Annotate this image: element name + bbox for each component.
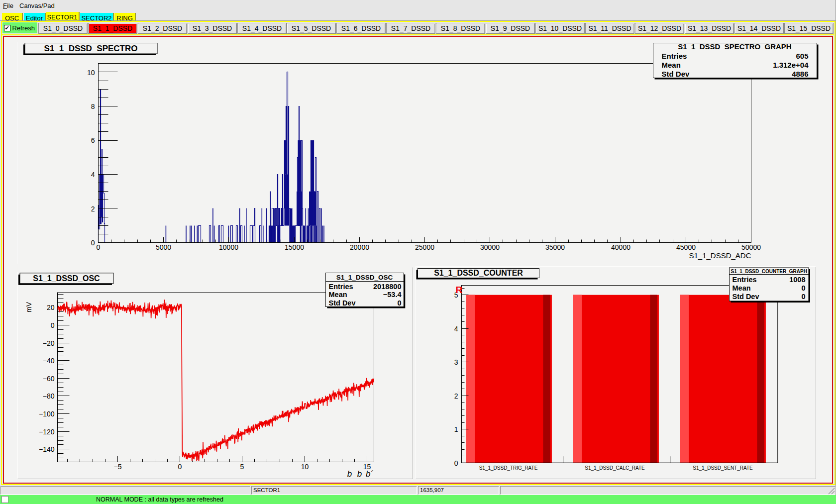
svg-text:−5: −5 (114, 463, 122, 471)
svg-text:0: 0 (801, 293, 805, 301)
svg-text:Entries: Entries (329, 283, 353, 291)
svg-text:3: 3 (454, 358, 458, 366)
svg-text:S1_1_DSSD_OSC: S1_1_DSSD_OSC (336, 274, 393, 281)
svg-text:8: 8 (91, 102, 95, 110)
svg-text:0: 0 (51, 321, 55, 329)
svg-text:20: 20 (47, 303, 55, 311)
svg-text:0: 0 (97, 243, 101, 251)
svg-text:0: 0 (397, 299, 401, 307)
svg-text:S1_1_DSSD_SENT_RATE: S1_1_DSSD_SENT_RATE (693, 465, 753, 471)
svg-text:4: 4 (91, 171, 95, 179)
svg-text:10: 10 (87, 69, 95, 77)
svg-text:−40: −40 (43, 357, 55, 365)
svg-text:10: 10 (301, 463, 309, 471)
svg-text:mV: mV (25, 302, 33, 312)
svg-text:1: 1 (454, 425, 458, 433)
svg-text:Entries: Entries (662, 52, 687, 60)
svg-text:0: 0 (91, 239, 95, 247)
svg-text:6: 6 (91, 136, 95, 144)
svg-text:S1_1_DSSD_SPECTRO: S1_1_DSSD_SPECTRO (44, 44, 137, 53)
svg-text:Std Dev: Std Dev (732, 293, 759, 301)
svg-text:b: b (347, 469, 352, 479)
svg-text:5: 5 (240, 463, 244, 471)
svg-text:4: 4 (454, 325, 458, 333)
svg-text:Mean: Mean (329, 291, 347, 299)
svg-text:b´: b´ (366, 469, 373, 479)
svg-text:−120: −120 (39, 428, 55, 436)
svg-text:5000: 5000 (156, 243, 171, 251)
svg-text:−53.4: −53.4 (383, 291, 402, 299)
svg-text:605: 605 (796, 52, 808, 60)
svg-text:−80: −80 (43, 392, 55, 400)
svg-text:S1_1_DSSD_COUNTER: S1_1_DSSD_COUNTER (434, 269, 523, 277)
svg-text:2: 2 (91, 205, 95, 213)
svg-text:35000: 35000 (545, 243, 565, 251)
svg-text:1.312e+04: 1.312e+04 (773, 61, 809, 69)
svg-text:40000: 40000 (611, 243, 630, 251)
svg-text:Entries: Entries (732, 276, 757, 284)
svg-text:10000: 10000 (219, 243, 238, 251)
svg-text:20000: 20000 (350, 243, 369, 251)
svg-text:S1_1_DSSD_COUNTER_GRAPH: S1_1_DSSD_COUNTER_GRAPH (731, 269, 807, 274)
svg-text:1008: 1008 (789, 276, 805, 284)
svg-text:Mean: Mean (662, 61, 681, 69)
svg-text:50000: 50000 (741, 243, 761, 251)
svg-text:0: 0 (801, 284, 805, 292)
svg-text:−20: −20 (43, 339, 55, 347)
svg-text:−100: −100 (39, 410, 55, 418)
svg-text:30000: 30000 (480, 243, 500, 251)
svg-text:S1_1_DSSD_OSC: S1_1_DSSD_OSC (33, 274, 100, 283)
svg-text:0: 0 (178, 463, 182, 471)
svg-text:b: b (357, 469, 362, 479)
svg-text:2018800: 2018800 (373, 283, 401, 291)
svg-text:−60: −60 (43, 375, 55, 383)
svg-text:S1_1_DSSD_CALC_RATE: S1_1_DSSD_CALC_RATE (585, 465, 645, 471)
svg-text:Std Dev: Std Dev (329, 299, 356, 307)
svg-text:S1_1_DSSD_TRIG_RATE: S1_1_DSSD_TRIG_RATE (479, 465, 538, 471)
svg-text:S1_1_DSSD_SPECTRO_GRAPH: S1_1_DSSD_SPECTRO_GRAPH (678, 42, 791, 51)
svg-text:15000: 15000 (285, 243, 304, 251)
svg-text:25000: 25000 (415, 243, 434, 251)
svg-text:4886: 4886 (792, 70, 808, 78)
svg-text:Std Dev: Std Dev (662, 70, 690, 78)
svg-text:−140: −140 (39, 445, 55, 453)
svg-text:45000: 45000 (676, 243, 696, 251)
svg-text:Mean: Mean (732, 284, 751, 292)
svg-text:R: R (456, 285, 463, 295)
svg-text:S1_1_DSSD_ADC: S1_1_DSSD_ADC (689, 251, 751, 260)
svg-text:2: 2 (454, 392, 458, 400)
svg-text:0: 0 (454, 459, 458, 467)
